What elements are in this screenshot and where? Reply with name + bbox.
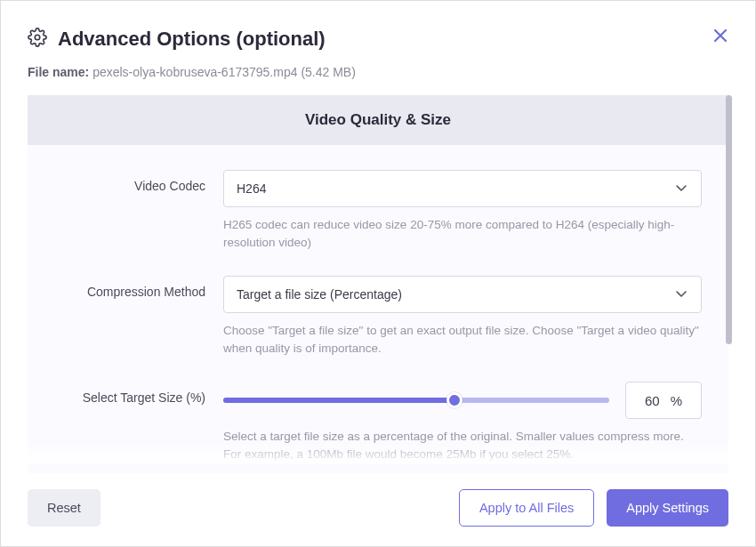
section-header: Video Quality & Size [28, 95, 728, 145]
file-name-line: File name: pexels-olya-kobruseva-6173795… [1, 61, 755, 95]
row-compression-method: Compression Method Target a file size (P… [54, 276, 702, 357]
select-video-codec[interactable]: H264 [223, 170, 702, 207]
target-size-slider[interactable] [223, 398, 609, 403]
label-video-codec: Video Codec [54, 170, 205, 193]
modal-header: Advanced Options (optional) [1, 1, 755, 61]
reset-button[interactable]: Reset [28, 489, 101, 527]
chevron-down-icon [674, 286, 688, 303]
select-video-codec-value: H264 [237, 181, 266, 196]
row-target-size: Select Target Size (%) 60 % [54, 382, 702, 463]
helper-video-codec: H265 codec can reduce video size 20-75% … [223, 216, 702, 251]
modal-title: Advanced Options (optional) [58, 28, 326, 51]
select-compression-method-value: Target a file size (Percentage) [237, 287, 402, 302]
target-size-value: 60 [645, 393, 660, 408]
target-size-unit: % [671, 393, 682, 408]
slider-thumb[interactable] [446, 392, 462, 408]
gear-icon [28, 28, 47, 51]
close-button[interactable] [712, 28, 728, 47]
advanced-options-modal: Advanced Options (optional) File name: p… [0, 0, 756, 547]
file-name-value: pexels-olya-kobruseva-6173795.mp4 (5.42 … [92, 65, 356, 79]
section-title: Video Quality & Size [305, 111, 451, 128]
label-target-size: Select Target Size (%) [54, 382, 205, 405]
modal-footer: Reset Apply to All Files Apply Settings [1, 473, 755, 546]
apply-all-button[interactable]: Apply to All Files [459, 489, 594, 527]
apply-settings-button[interactable]: Apply Settings [607, 489, 728, 527]
scroll-area: Video Quality & Size Video Codec H264 H2… [28, 95, 728, 473]
file-name-label: File name: [28, 65, 89, 79]
target-size-input[interactable]: 60 % [625, 382, 702, 419]
chevron-down-icon [674, 181, 688, 197]
helper-compression-method: Choose "Target a file size" to get an ex… [223, 322, 702, 357]
close-icon [712, 28, 728, 44]
row-video-codec: Video Codec H264 H265 codec can reduce v… [54, 170, 702, 251]
select-compression-method[interactable]: Target a file size (Percentage) [223, 276, 702, 313]
label-compression-method: Compression Method [54, 276, 205, 299]
svg-point-0 [35, 35, 40, 40]
scrollbar-thumb[interactable] [726, 95, 732, 344]
helper-target-size: Select a target file size as a percentag… [223, 428, 702, 463]
